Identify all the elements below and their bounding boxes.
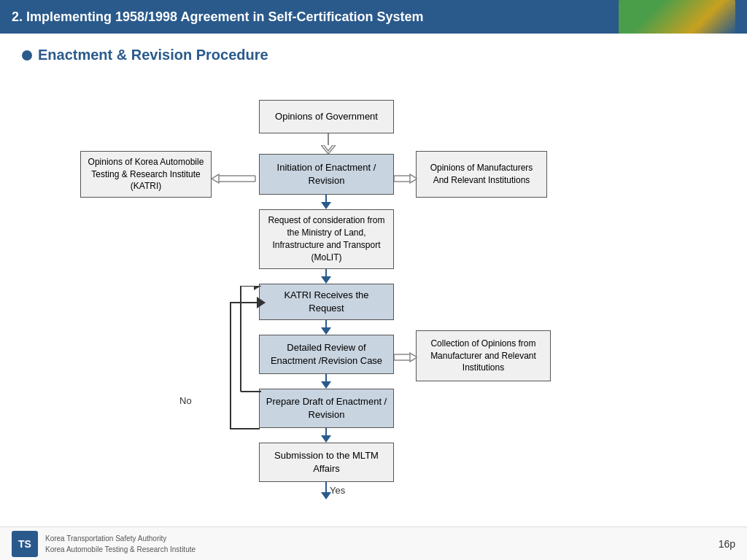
no-loop-arrow-head (257, 297, 266, 311)
no-loop-bottom (230, 428, 260, 429)
arrow-init-to-request (321, 195, 331, 209)
opinions-katri-box: Opinions of Korea Automobile Testing & R… (80, 151, 212, 198)
katri-receives-box: KATRI Receives the Request (259, 284, 394, 320)
footer: TS Korea Transportation Safety Authority… (0, 526, 747, 560)
arrow-katri-init (212, 173, 260, 184)
arrow-gov-to-init (321, 133, 336, 154)
header-image (619, 0, 735, 34)
section-title-text: Enactment & Revision Procedure (38, 47, 268, 63)
logo-icon: TS (12, 531, 38, 557)
opinions-mfr-box: Opinions of Manufacturers And Relevant I… (416, 151, 547, 198)
svg-marker-4 (212, 174, 219, 183)
header: 2. Implementing 1958/1998 Agreement in S… (0, 0, 747, 34)
svg-marker-0 (321, 145, 336, 154)
opinions-gov-box: Opinions of Government (259, 100, 394, 133)
arrow-detail-to-draft (321, 374, 331, 389)
svg-marker-12 (410, 353, 417, 362)
no-loop-left (230, 302, 231, 428)
section-title: Enactment & Revision Procedure (0, 34, 747, 71)
detailed-review-box: Detailed Review of Enactment /Revision C… (259, 335, 394, 374)
footer-logo: TS Korea Transportation Safety Authority… (12, 531, 196, 557)
page-number: 16p (719, 538, 735, 550)
request-box: Request of consideration from the Minist… (259, 209, 394, 269)
svg-marker-15 (254, 286, 261, 290)
submission-box: Submission to the MLTM Affairs (259, 443, 394, 482)
no-loop-top (230, 302, 260, 303)
arrow-request-to-katri (321, 269, 331, 284)
yes-label: Yes (330, 485, 345, 496)
svg-marker-18 (257, 297, 266, 308)
prepare-draft-box: Prepare Draft of Enactment / Revision (259, 389, 394, 428)
arrow-collection-detail (394, 351, 417, 363)
arrow-mfr-init (394, 173, 417, 184)
svg-marker-8 (410, 174, 417, 183)
collection-box: Collection of Opinions from Manufacturer… (416, 330, 551, 381)
no-label: No (179, 395, 192, 406)
footer-org-text: Korea Transportation Safety Authority Ko… (45, 533, 196, 555)
bullet-icon (22, 50, 32, 61)
header-title: 2. Implementing 1958/1998 Agreement in S… (12, 9, 424, 25)
arrow-katri-to-detail (321, 320, 331, 335)
flowchart: Opinions of Government Initiation of Ena… (0, 71, 747, 537)
initiation-box: Initiation of Enactment / Revision (259, 154, 394, 195)
arrow-draft-to-submit (321, 428, 331, 443)
no-loop-arrow (175, 286, 263, 432)
